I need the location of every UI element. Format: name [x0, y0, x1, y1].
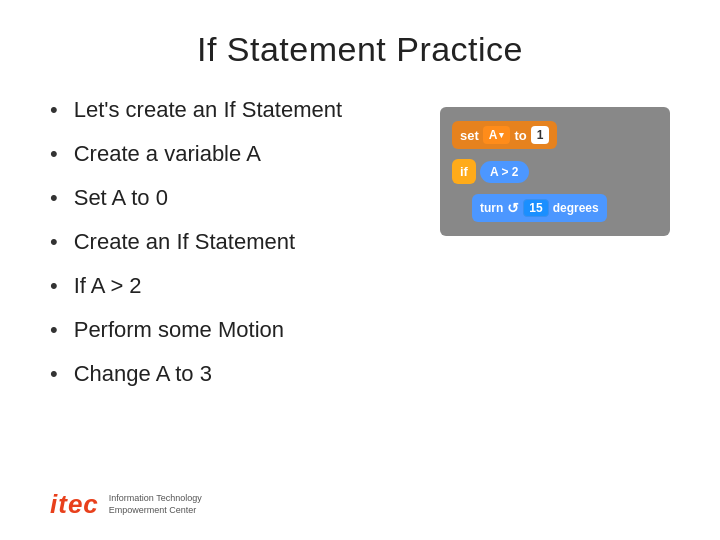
bullet-item-3: Create an If Statement — [50, 229, 440, 255]
bullet-item-1: Create a variable A — [50, 141, 440, 167]
itec-logo: itec — [50, 489, 99, 520]
set-value: 1 — [531, 126, 550, 144]
bullet-item-2: Set A to 0 — [50, 185, 440, 211]
slide: If Statement Practice Let's create an If… — [0, 0, 720, 540]
to-label: to — [514, 128, 526, 143]
if-block-row: if A > 2 — [452, 159, 658, 184]
turn-arrow-icon: ↺ — [507, 200, 519, 216]
condition-text: A > 2 — [490, 165, 519, 179]
bullet-item-4: If A > 2 — [50, 273, 440, 299]
turn-block-row: turn ↺ 15 degrees — [452, 194, 658, 222]
itec-tagline: Information Technology Empowerment Cente… — [109, 493, 202, 516]
set-block-row: set A ▾ to 1 — [452, 121, 658, 149]
tagline-line1: Information Technology — [109, 493, 202, 505]
if-label: if — [460, 164, 468, 179]
turn-label: turn — [480, 201, 503, 215]
if-block: if — [452, 159, 476, 184]
bullet-item-5: Perform some Motion — [50, 317, 440, 343]
bullet-item-0: Let's create an If Statement — [50, 97, 440, 123]
tagline-line2: Empowerment Center — [109, 505, 202, 517]
condition-block: A > 2 — [480, 161, 529, 183]
footer: itec Information Technology Empowerment … — [50, 481, 670, 520]
degrees-value: 15 — [523, 199, 548, 217]
scratch-block-area: set A ▾ to 1 if A > 2 — [440, 107, 670, 236]
content-area: Let's create an If StatementCreate a var… — [50, 97, 670, 471]
var-dropdown: A ▾ — [483, 126, 511, 144]
slide-title: If Statement Practice — [50, 30, 670, 69]
set-block: set A ▾ to 1 — [452, 121, 557, 149]
dropdown-arrow-icon: ▾ — [499, 130, 504, 140]
degrees-label: degrees — [553, 201, 599, 215]
set-label: set — [460, 128, 479, 143]
bullet-item-6: Change A to 3 — [50, 361, 440, 387]
turn-block: turn ↺ 15 degrees — [472, 194, 607, 222]
bullet-list: Let's create an If StatementCreate a var… — [50, 97, 440, 405]
itec-text: itec — [50, 489, 99, 520]
